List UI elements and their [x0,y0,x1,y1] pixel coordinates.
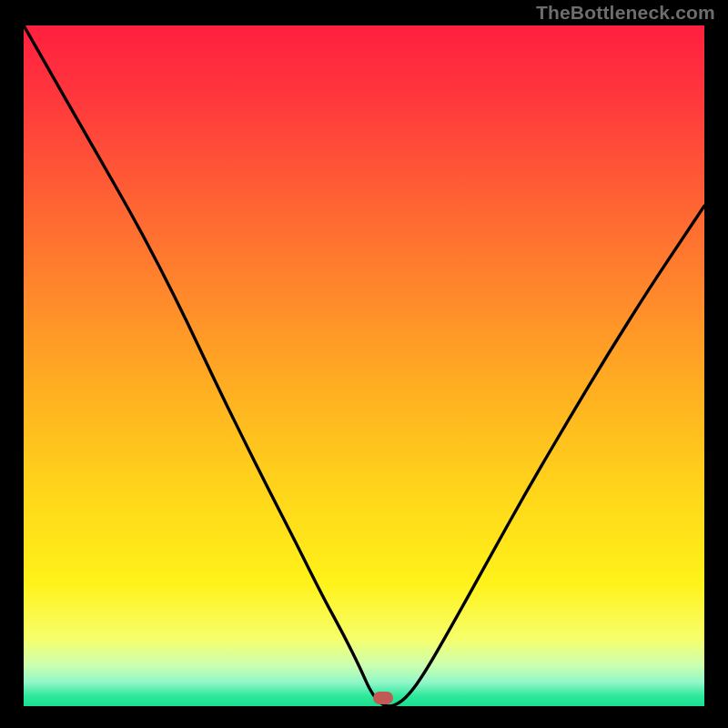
chart-svg [24,25,704,706]
chart-panel [24,25,704,706]
optimum-marker [373,692,393,704]
outer-frame: TheBottleneck.com [0,0,728,728]
attribution-text: TheBottleneck.com [536,2,715,24]
